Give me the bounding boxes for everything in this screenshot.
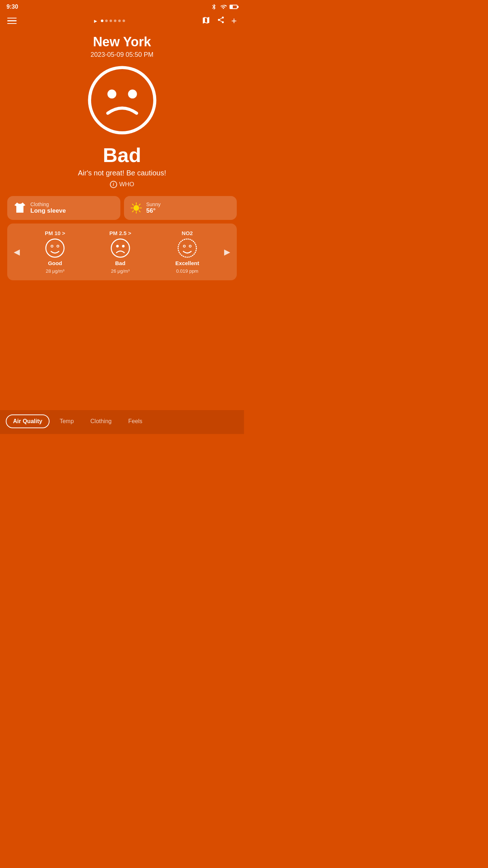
status-icons [211, 4, 237, 10]
wifi-icon [220, 4, 227, 10]
who-badge[interactable]: i WHO [110, 181, 134, 188]
bottom-nav-clothing[interactable]: Clothing [84, 415, 118, 427]
pollutant-pm10-face [45, 238, 65, 258]
pollutant-pm25-quality: Bad [115, 260, 125, 266]
svg-point-18 [116, 245, 119, 247]
share-icon[interactable] [217, 16, 225, 26]
svg-point-15 [51, 246, 53, 247]
battery-icon [230, 5, 237, 9]
pollutant-item-pm25: PM 2.5 > Bad 26 μg/m³ [109, 230, 131, 274]
pollutant-no2-name: NO2 [182, 230, 193, 236]
top-nav: ► + [0, 13, 244, 31]
shirt-icon [13, 201, 27, 215]
pollutant-next-button[interactable]: ▶ [221, 246, 233, 258]
pollutant-pm10-quality: Good [48, 260, 62, 266]
svg-point-0 [89, 68, 155, 133]
sun-icon [130, 201, 143, 214]
bottom-nav: Air Quality Temp Clothing Feels [0, 410, 244, 434]
svg-line-9 [139, 211, 140, 212]
status-bar: 9:30 [0, 0, 244, 13]
map-icon[interactable] [202, 16, 210, 26]
nav-center: ► [93, 18, 125, 24]
who-label: WHO [119, 181, 134, 188]
city-name: New York [93, 34, 151, 50]
clothing-card-value: Long sleeve [30, 207, 66, 214]
pollutant-pm25-name: PM 2.5 > [109, 230, 131, 236]
pollutant-pm10-name: PM 10 > [45, 230, 65, 236]
pollutant-item-pm10: PM 10 > Good 28 μg/m³ [45, 230, 65, 274]
bottom-nav-air-quality[interactable]: Air Quality [6, 414, 50, 428]
pollutant-pm10-value: 28 μg/m³ [46, 268, 64, 274]
date-time: 2023-05-09 05:50 PM [90, 51, 153, 59]
pollutant-no2-value: 0.019 ppm [176, 268, 198, 274]
svg-line-8 [132, 204, 133, 205]
pollutant-no2-face [177, 238, 197, 258]
weather-card-label: Sunny [146, 201, 161, 207]
nav-dot-2[interactable] [105, 20, 108, 22]
clothing-card-label: Clothing [30, 201, 66, 207]
cards-row: Clothing Long sleeve [7, 196, 237, 220]
info-icon: i [110, 181, 117, 188]
nav-dot-3[interactable] [110, 20, 112, 22]
main-content: New York 2023-05-09 05:50 PM Bad Air's n… [0, 31, 244, 280]
pollutant-no2-quality: Excellent [175, 260, 199, 266]
svg-point-19 [122, 245, 124, 247]
add-icon[interactable]: + [231, 15, 237, 26]
pollutant-prev-button[interactable]: ◀ [11, 246, 23, 258]
location-arrow-icon: ► [93, 18, 98, 24]
svg-point-17 [111, 239, 129, 257]
svg-point-23 [184, 246, 185, 247]
bottom-nav-temp[interactable]: Temp [53, 415, 80, 427]
pollutant-section: ◀ PM 10 > Good 28 μg/m³ PM 2.5 > [7, 224, 237, 280]
nav-dot-6[interactable] [123, 20, 125, 22]
svg-point-1 [107, 90, 116, 99]
pollutant-item-no2: NO2 Excellent 0.019 ppm [175, 230, 199, 274]
svg-point-16 [57, 246, 59, 247]
nav-dot-1[interactable] [101, 20, 103, 22]
weather-card-value: 56° [146, 207, 161, 214]
clothing-card[interactable]: Clothing Long sleeve [7, 196, 120, 220]
bluetooth-icon [211, 4, 217, 10]
status-time: 9:30 [7, 4, 18, 10]
mood-face-icon [88, 66, 157, 135]
svg-point-24 [189, 246, 191, 247]
pollutant-pm25-value: 26 μg/m³ [111, 268, 130, 274]
nav-dots [101, 20, 125, 22]
menu-button[interactable] [7, 18, 17, 24]
weather-card[interactable]: Sunny 56° [124, 196, 237, 220]
svg-line-11 [132, 211, 133, 212]
svg-line-10 [139, 204, 140, 205]
svg-point-3 [133, 205, 139, 211]
nav-right-icons: + [202, 15, 237, 26]
svg-point-12 [46, 239, 64, 257]
quality-label: Bad [103, 143, 141, 167]
pollutant-items: PM 10 > Good 28 μg/m³ PM 2.5 > [23, 230, 221, 274]
clothing-text: Clothing Long sleeve [30, 201, 66, 214]
svg-point-2 [128, 90, 137, 99]
nav-dot-4[interactable] [114, 20, 116, 22]
weather-text: Sunny 56° [146, 201, 161, 214]
svg-point-20 [178, 239, 196, 257]
bottom-nav-feels[interactable]: Feels [122, 415, 149, 427]
quality-description: Air's not great! Be cautious! [78, 169, 166, 177]
nav-dot-5[interactable] [118, 20, 121, 22]
pollutant-pm25-face [111, 238, 130, 258]
